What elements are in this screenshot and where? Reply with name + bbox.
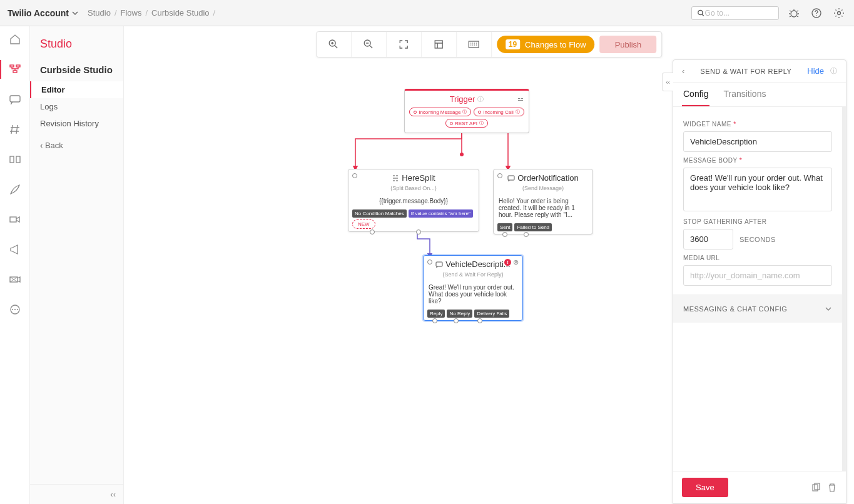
pill-incoming-call[interactable]: Incoming Call ⓘ — [474, 108, 524, 116]
tag-failed[interactable]: Failed to Send — [514, 223, 552, 231]
tag-sent[interactable]: Sent — [497, 223, 512, 231]
panel-collapse-tab[interactable]: ‹‹ — [662, 73, 673, 91]
label-stop-gathering: STOP GATHERING AFTER — [683, 218, 832, 225]
tag-noreply[interactable]: No Reply — [447, 310, 472, 318]
svg-point-14 — [12, 309, 13, 310]
chevron-down-icon — [825, 305, 832, 313]
svg-point-15 — [14, 309, 16, 310]
chat-icon[interactable] — [8, 93, 22, 106]
svg-rect-6 — [16, 65, 20, 67]
heresplit-body: {{trigger.message.Body}} — [348, 195, 479, 209]
global-search[interactable] — [691, 6, 779, 20]
breadcrumb-flow[interactable]: Curbside Studio — [151, 8, 210, 18]
tab-transitions[interactable]: Transitions — [722, 83, 767, 106]
sidebar: Studio Curbside Studio Editor Logs Revis… — [30, 26, 124, 504]
heresplit-title: HereSplit — [402, 173, 435, 183]
svg-rect-7 — [13, 71, 17, 73]
stop-gathering-input[interactable] — [683, 229, 733, 249]
megaphone-icon[interactable] — [8, 243, 22, 256]
vehicle-title: VehicleDescripti... — [445, 260, 510, 269]
svg-rect-11 — [10, 217, 16, 222]
label-message-body: MESSAGE BODY — [683, 157, 737, 164]
info-icon: ⓘ — [477, 95, 484, 104]
tag-delivery-fails[interactable]: Delivery Fails — [474, 310, 509, 318]
vehicle-body: Great! We'll run your order out. What do… — [424, 281, 522, 310]
node-trigger-title: Trigger — [450, 94, 475, 104]
flow-title: Curbside Studio — [30, 59, 123, 81]
svg-point-0 — [698, 10, 703, 14]
sidebar-item-revision[interactable]: Revision History — [30, 115, 123, 132]
broadcast-icon[interactable] — [8, 273, 22, 286]
heresplit-subtitle: (Split Based On...) — [348, 185, 479, 195]
video-icon[interactable] — [8, 213, 22, 226]
sidebar-back[interactable]: ‹ Back — [30, 132, 123, 159]
message-icon — [435, 261, 443, 268]
search-input[interactable] — [705, 9, 773, 18]
info-icon[interactable]: ⓘ — [830, 66, 837, 76]
panel-hide[interactable]: Hide — [807, 66, 824, 76]
hash-icon[interactable] — [8, 123, 22, 136]
save-button[interactable]: Save — [682, 478, 728, 497]
sidebar-item-editor[interactable]: Editor — [30, 81, 123, 98]
gear-icon[interactable] — [831, 6, 846, 21]
sidebar-collapse[interactable]: ‹‹ — [30, 484, 123, 504]
app-icon[interactable] — [8, 153, 22, 166]
svg-point-3 — [816, 15, 817, 16]
svg-rect-8 — [10, 96, 20, 102]
topbar: Twilio Account Studio/ Flows/ Curbside S… — [0, 0, 854, 26]
pill-rest-api[interactable]: REST API ⓘ — [445, 119, 488, 128]
label-widget-name: WIDGET NAME — [683, 121, 731, 128]
tag-new[interactable]: NEW — [352, 219, 375, 229]
split-icon — [392, 174, 399, 182]
order-title: OrderNotification — [517, 173, 579, 183]
messaging-config-accordion[interactable]: MESSAGING & CHAT CONFIG — [673, 295, 842, 323]
copy-icon[interactable] — [811, 483, 821, 493]
account-name: Twilio Account — [8, 8, 69, 18]
close-icon[interactable]: ⊗ — [513, 258, 519, 266]
chevron-down-icon — [71, 9, 79, 17]
message-body-textarea[interactable] — [683, 168, 832, 211]
account-switcher[interactable]: Twilio Account — [8, 8, 79, 18]
label-media-url: MEDIA URL — [683, 255, 832, 261]
svg-point-4 — [838, 11, 841, 14]
media-url-input[interactable] — [683, 265, 832, 286]
widget-name-input[interactable] — [683, 131, 832, 152]
svg-rect-5 — [10, 65, 14, 67]
share-icon[interactable]: ⚍ — [517, 94, 524, 103]
help-icon[interactable] — [809, 6, 824, 21]
breadcrumbs: Studio/ Flows/ Curbside Studio/ — [88, 8, 215, 18]
breadcrumb-flows[interactable]: Flows — [121, 8, 142, 18]
debug-icon[interactable] — [786, 6, 801, 21]
search-icon — [697, 9, 705, 18]
vehicle-subtitle: (Send & Wait For Reply) — [424, 271, 522, 281]
tag-no-match[interactable]: No Condition Matches — [352, 209, 407, 218]
svg-rect-10 — [16, 156, 20, 163]
svg-rect-23 — [436, 262, 442, 266]
breadcrumb-studio[interactable]: Studio — [88, 8, 111, 18]
node-trigger[interactable]: ⚍ Trigger ⓘ Incoming Message ⓘ Incoming … — [404, 89, 529, 133]
icon-rail — [0, 26, 30, 504]
svg-point-1 — [791, 11, 797, 17]
label-seconds: SECONDS — [740, 236, 776, 243]
node-order[interactable]: OrderNotification (Send Message) Hello! … — [493, 169, 593, 234]
message-icon — [507, 174, 515, 182]
panel-back[interactable]: ‹ — [682, 66, 684, 76]
node-heresplit[interactable]: HereSplit (Split Based On...) {{trigger.… — [348, 169, 479, 232]
order-body: Hello! Your order is being created. It w… — [494, 195, 592, 223]
tab-config[interactable]: Config — [682, 83, 709, 106]
quill-icon[interactable] — [8, 183, 22, 196]
product-title: Studio — [30, 38, 123, 59]
panel-title: SEND & WAIT FOR REPLY — [691, 68, 801, 75]
studio-icon[interactable] — [8, 63, 22, 76]
widget-panel: ‹‹ ‹ SEND & WAIT FOR REPLY Hide ⓘ Config… — [673, 59, 846, 504]
home-icon[interactable] — [8, 33, 22, 46]
sidebar-item-logs[interactable]: Logs — [30, 98, 123, 115]
trash-icon[interactable] — [827, 483, 837, 493]
more-icon[interactable] — [8, 303, 22, 316]
tag-condition[interactable]: If value contains "am here" — [409, 209, 473, 218]
tag-reply[interactable]: Reply — [427, 310, 445, 318]
node-vehicle[interactable]: ! ⊗ VehicleDescripti... (Send & Wait For… — [423, 255, 523, 321]
label-messaging: MESSAGING & CHAT CONFIG — [683, 305, 787, 313]
svg-rect-22 — [508, 176, 514, 180]
pill-incoming-message[interactable]: Incoming Message ⓘ — [409, 108, 471, 116]
